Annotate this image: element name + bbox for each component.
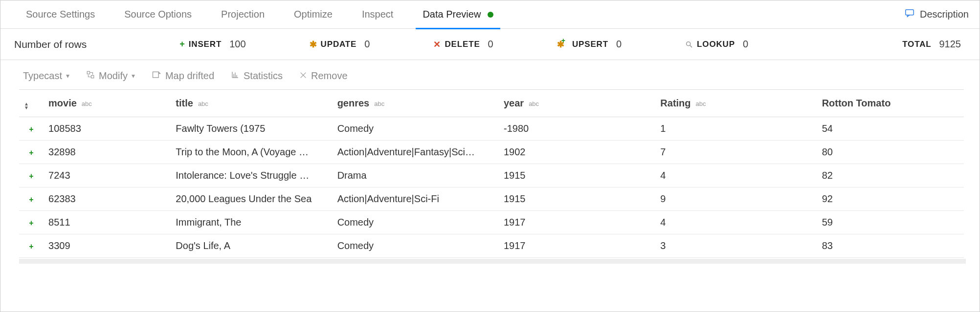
stat-lookup-value: 0 — [743, 39, 748, 50]
cell-rating: 3 — [655, 234, 817, 258]
plus-icon: + — [29, 148, 33, 157]
description-button[interactable]: Description — [904, 8, 969, 21]
plus-icon: + — [179, 39, 185, 49]
cell-genres: Drama — [333, 164, 499, 187]
plus-icon: + — [29, 242, 33, 250]
col-year-label: year — [504, 98, 524, 108]
modify-button[interactable]: Modify ▾ — [86, 70, 135, 82]
chevron-down-icon: ▾ — [132, 72, 135, 80]
cell-rating: 9 — [655, 187, 817, 211]
cell-genres: Comedy — [333, 117, 499, 141]
typecast-button[interactable]: Typecast ▾ — [23, 70, 69, 82]
col-expand[interactable]: ▲▼ — [19, 90, 44, 117]
svg-rect-3 — [87, 71, 89, 74]
cell-year: 1902 — [499, 141, 655, 164]
expand-cell[interactable]: + — [19, 211, 44, 234]
svg-point-1 — [687, 42, 690, 45]
horizontal-scrollbar[interactable] — [19, 259, 966, 264]
comment-icon — [904, 8, 915, 21]
cell-title: 20,000 Leagues Under the Sea — [171, 187, 332, 211]
table-row[interactable]: +3309Dog's Life, AComedy1917383 — [19, 234, 964, 258]
cell-year: 1917 — [499, 234, 655, 258]
map-drifted-button[interactable]: Map drifted — [152, 70, 214, 82]
cell-year: 1915 — [499, 187, 655, 211]
data-preview-panel: { "tabs": { "items": [ {"label": "Source… — [0, 0, 980, 312]
svg-line-2 — [690, 45, 692, 47]
modify-label: Modify — [99, 70, 128, 82]
expand-cell[interactable]: + — [19, 187, 44, 211]
col-movie[interactable]: movieabc — [44, 90, 171, 117]
cell-title: Dog's Life, A — [171, 234, 332, 258]
cell-rating: 4 — [655, 164, 817, 187]
type-tag: abc — [696, 100, 706, 107]
stat-upsert: ✱+ UPSERT 0 — [557, 39, 622, 50]
col-rating[interactable]: Ratingabc — [655, 90, 817, 117]
plus-icon: + — [29, 195, 33, 204]
cell-rotten: 83 — [817, 234, 964, 258]
expand-cell[interactable]: + — [19, 141, 44, 164]
star-icon: ✱ — [310, 39, 317, 50]
col-title[interactable]: titleabc — [171, 90, 332, 117]
type-tag: abc — [374, 100, 384, 107]
cell-genres: Action|Adventure|Sci-Fi — [333, 187, 499, 211]
stat-delete-value: 0 — [488, 39, 493, 50]
table-row[interactable]: +8511Immigrant, TheComedy1917459 — [19, 211, 964, 234]
row-stats-bar: Number of rows + INSERT 100 ✱ UPDATE 0 ✕… — [0, 29, 980, 60]
type-tag: abc — [82, 100, 92, 107]
cell-movie: 8511 — [44, 211, 171, 234]
tab-source-options[interactable]: Source Options — [110, 0, 206, 29]
col-rotten[interactable]: Rotton Tomato — [817, 90, 964, 117]
table-row[interactable]: +108583Fawlty Towers (1975Comedy-1980154 — [19, 117, 964, 141]
tab-source-settings[interactable]: Source Settings — [11, 0, 110, 29]
svg-rect-4 — [91, 75, 94, 78]
data-table-wrap: ▲▼ movieabc titleabc genresabc yearabc R… — [19, 89, 966, 308]
stat-insert: + INSERT 100 — [179, 39, 245, 50]
cell-rating: 1 — [655, 117, 817, 141]
tab-optimize[interactable]: Optimize — [279, 0, 347, 29]
col-rating-label: Rating — [660, 98, 690, 108]
statistics-button[interactable]: Statistics — [231, 70, 283, 82]
remove-label: Remove — [311, 70, 347, 82]
sort-icon: ▲▼ — [24, 102, 29, 110]
table-row[interactable]: +7243Intolerance: Love's Struggle …Drama… — [19, 164, 964, 187]
statistics-label: Statistics — [244, 70, 283, 82]
stat-delete-label: DELETE — [445, 40, 480, 49]
tab-data-preview[interactable]: Data Preview — [408, 0, 508, 29]
cell-movie: 32898 — [44, 141, 171, 164]
expand-cell[interactable]: + — [19, 164, 44, 187]
cell-rating: 7 — [655, 141, 817, 164]
col-genres[interactable]: genresabc — [333, 90, 499, 117]
rows-count-label: Number of rows — [14, 39, 87, 50]
stat-delete: ✕ DELETE 0 — [433, 39, 493, 50]
stat-upsert-value: 0 — [616, 39, 622, 50]
remove-button[interactable]: Remove — [299, 70, 347, 82]
expand-cell[interactable]: + — [19, 117, 44, 141]
tab-projection[interactable]: Projection — [206, 0, 279, 29]
stat-total-label: TOTAL — [902, 40, 931, 49]
map-drifted-label: Map drifted — [165, 70, 214, 82]
header-row: ▲▼ movieabc titleabc genresabc yearabc R… — [19, 90, 964, 117]
stat-total-value: 9125 — [939, 39, 961, 50]
table-row[interactable]: +6238320,000 Leagues Under the SeaAction… — [19, 187, 964, 211]
tab-label: Data Preview — [423, 9, 481, 20]
statistics-icon — [231, 70, 240, 82]
upsert-icon: ✱+ — [557, 39, 568, 50]
svg-rect-5 — [153, 72, 158, 78]
stat-lookup-label: LOOKUP — [697, 40, 735, 49]
tab-bar: Source Settings Source Options Projectio… — [0, 0, 980, 29]
cell-title: Immigrant, The — [171, 211, 332, 234]
expand-cell[interactable]: + — [19, 234, 44, 258]
cell-movie: 62383 — [44, 187, 171, 211]
stat-lookup: LOOKUP 0 — [685, 39, 748, 50]
cell-genres: Comedy — [333, 234, 499, 258]
plus-icon: + — [29, 125, 33, 133]
col-year[interactable]: yearabc — [499, 90, 655, 117]
tab-inspect[interactable]: Inspect — [347, 0, 408, 29]
cell-rotten: 59 — [817, 211, 964, 234]
cell-title: Intolerance: Love's Struggle … — [171, 164, 332, 187]
stat-insert-value: 100 — [229, 39, 245, 50]
modify-icon — [86, 70, 95, 82]
table-row[interactable]: +32898Trip to the Moon, A (Voyage …Actio… — [19, 141, 964, 164]
data-table: ▲▼ movieabc titleabc genresabc yearabc R… — [19, 89, 964, 258]
type-tag: abc — [529, 100, 539, 107]
